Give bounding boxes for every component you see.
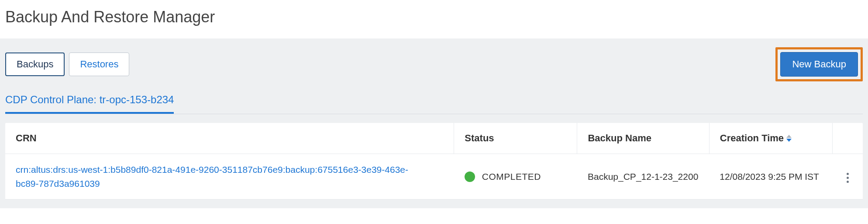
column-header-time[interactable]: Creation Time [709,123,832,154]
crn-link[interactable]: crn:altus:drs:us-west-1:b5b89df0-821a-49… [16,163,409,190]
column-header-name[interactable]: Backup Name [577,123,709,154]
status-dot-icon [465,172,475,182]
kebab-menu-icon[interactable] [843,169,852,186]
new-backup-button[interactable]: New Backup [780,52,858,77]
creation-time-cell: 12/08/2023 9:25 PM IST [709,154,832,200]
tab-group: Backups Restores [5,52,129,76]
column-header-time-label: Creation Time [720,133,784,144]
tab-backups[interactable]: Backups [5,52,65,76]
page-title: Backup And Restore Manager [0,0,868,38]
status-cell: COMPLETED [465,172,567,182]
backup-name-cell: Backup_CP_12-1-23_2200 [577,154,709,200]
table-row: crn:altus:drs:us-west-1:b5b89df0-821a-49… [5,154,863,200]
status-text: COMPLETED [482,172,541,182]
content-area: CRN Status Backup Name Creation Time [0,114,868,208]
column-header-crn[interactable]: CRN [5,123,454,154]
backups-table: CRN Status Backup Name Creation Time [5,123,863,200]
subtab-control-plane[interactable]: CDP Control Plane: tr-opc-153-b234 [5,94,174,114]
new-backup-highlight: New Backup [775,47,863,81]
column-header-status[interactable]: Status [454,123,577,154]
subtab-row: CDP Control Plane: tr-opc-153-b234 [5,94,863,114]
sort-icon [786,135,792,142]
toolbar-section: Backups Restores New Backup CDP Control … [0,38,868,114]
column-header-actions [832,123,863,154]
tab-restores[interactable]: Restores [69,52,129,76]
toolbar-row: Backups Restores New Backup [5,47,863,94]
